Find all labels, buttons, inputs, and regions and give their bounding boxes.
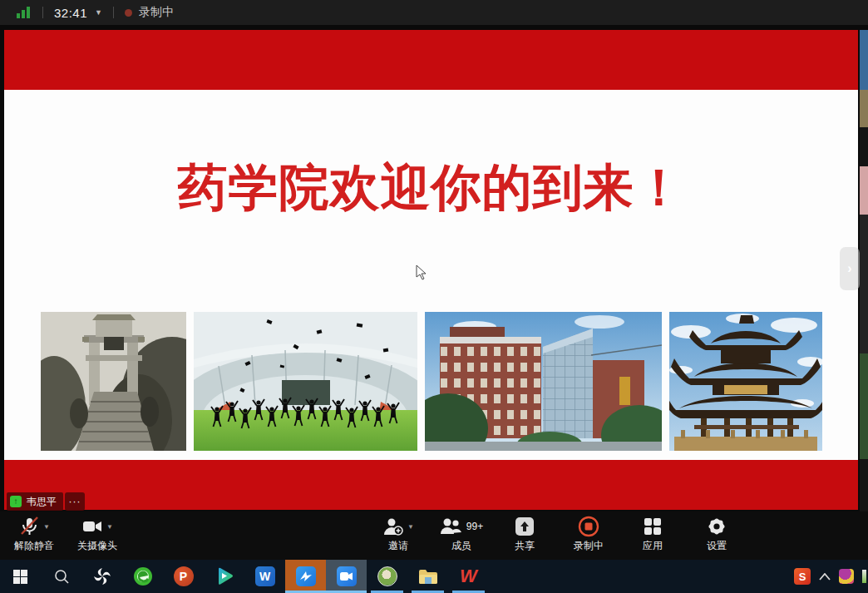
timer-dropdown-caret[interactable]: ▼ [95, 8, 102, 17]
taskbar-wps-office[interactable]: W [448, 560, 489, 593]
status-bar: 32:41 ▼ 录制中 [0, 0, 868, 25]
taskbar-meeting-app[interactable] [326, 560, 367, 593]
presentation-slide: 药学院欢迎你的到来！ [4, 30, 858, 510]
camera-off-button[interactable]: ▼ 关摄像头 [67, 515, 128, 558]
video-panel-sliver [860, 30, 868, 535]
share-screen-button[interactable]: 共享 [494, 515, 555, 558]
divider [42, 7, 43, 18]
taskbar-contact-avatar[interactable] [367, 560, 407, 593]
edge-partial-icon[interactable] [862, 570, 866, 583]
mouse-cursor [416, 264, 427, 281]
meeting-toolbar: ▼ 解除静音 ▼ 关摄像头 ▼ [0, 511, 868, 560]
taskbar-green-e-browser[interactable] [122, 560, 163, 593]
thumbnail-sliver [860, 353, 868, 459]
apps-button[interactable]: 应用 [622, 515, 683, 558]
chinese-pavilion-photo [669, 312, 822, 451]
thumbnail-sliver [860, 215, 868, 353]
more-options-button[interactable]: ··· [65, 492, 85, 511]
presenter-name-tag: ↑ 韦思平 [7, 492, 63, 511]
thumbnail-sliver [860, 90, 868, 127]
member-count-badge: 99+ [466, 521, 483, 532]
word-icon: W [255, 566, 275, 586]
windows-logo-icon [13, 570, 27, 584]
bird-app-icon [296, 566, 316, 586]
pet-character-icon[interactable] [839, 569, 854, 584]
camera-icon [81, 518, 103, 535]
share-screen-icon [515, 516, 535, 536]
meeting-window: 32:41 ▼ 录制中 药学院欢迎你的到来！ [0, 0, 868, 593]
network-signal-icon[interactable] [17, 7, 32, 18]
slide-photo-row [4, 312, 858, 451]
folder-icon [418, 568, 438, 585]
sogou-input-icon[interactable]: S [794, 568, 811, 585]
people-icon [440, 516, 461, 536]
video-player-play-icon [215, 566, 234, 586]
pinwheel-app-icon [93, 567, 111, 586]
apps-grid-icon [643, 516, 663, 536]
campus-building-photo [425, 312, 662, 451]
divider [113, 7, 114, 18]
expand-panel-button[interactable]: › [840, 247, 860, 290]
green-e-browser-icon [133, 566, 153, 586]
start-button[interactable] [0, 560, 41, 593]
members-button[interactable]: 99+ 成员 [431, 515, 492, 558]
invite-button[interactable]: ▼ 邀请 [367, 515, 429, 558]
stone-archway-photo [41, 312, 186, 451]
screen-share-icon: ↑ [10, 496, 22, 507]
mic-muted-icon [18, 516, 40, 536]
invite-options-caret[interactable]: ▼ [407, 523, 414, 531]
camera-options-caret[interactable]: ▼ [106, 523, 113, 531]
taskbar-word[interactable]: W [244, 560, 285, 593]
system-tray: S [794, 560, 868, 593]
shared-screen-stage: 药学院欢迎你的到来！ [0, 25, 868, 511]
taskbar-pinwheel-app[interactable] [81, 560, 122, 593]
thumbnail-sliver [860, 30, 868, 90]
slide-title: 药学院欢迎你的到来！ [4, 155, 858, 222]
taskbar-file-explorer[interactable] [407, 560, 448, 593]
person-add-icon [382, 516, 404, 536]
unmute-button[interactable]: ▼ 解除静音 [3, 515, 65, 558]
powerpoint-icon: P [174, 566, 194, 586]
recording-status-label: 录制中 [139, 5, 174, 20]
search-icon [54, 569, 69, 584]
graduates-stadium-photo [194, 312, 417, 451]
thumbnail-sliver [860, 127, 868, 166]
taskbar-messenger-bird-app[interactable] [285, 560, 326, 593]
taskbar-video-player[interactable] [204, 560, 244, 593]
taskbar-powerpoint[interactable]: P [163, 560, 204, 593]
slide-top-banner [4, 30, 858, 90]
recording-button[interactable]: 录制中 [558, 515, 619, 558]
recording-dot-icon [125, 9, 132, 17]
meeting-app-icon [337, 566, 357, 586]
wps-icon: W [460, 567, 477, 586]
gear-icon [707, 516, 727, 536]
windows-taskbar: P W [0, 560, 868, 593]
mic-options-caret[interactable]: ▼ [43, 523, 50, 531]
thumbnail-sliver [860, 166, 868, 215]
taskbar-search-button[interactable] [41, 560, 81, 593]
avatar-icon [377, 566, 397, 586]
settings-button[interactable]: 设置 [686, 515, 747, 558]
tray-expand-chevron-icon[interactable] [819, 573, 831, 581]
slide-bottom-banner [4, 460, 858, 510]
recording-icon [578, 516, 599, 537]
presenter-name: 韦思平 [27, 495, 57, 509]
meeting-timer: 32:41 [54, 6, 87, 20]
